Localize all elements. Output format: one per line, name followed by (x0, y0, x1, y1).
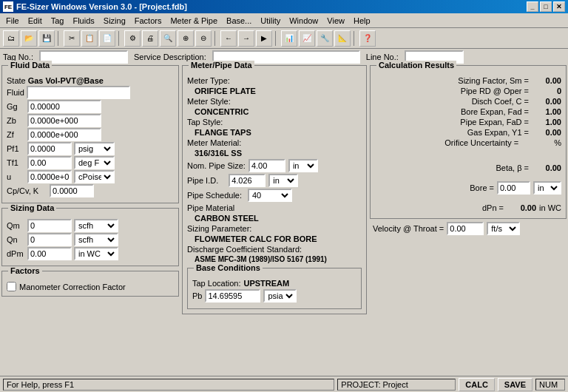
pipe-id-input[interactable] (229, 174, 266, 187)
tf1-input[interactable] (27, 156, 72, 169)
tf1-unit-select[interactable]: deg F deg C (74, 156, 115, 169)
toolbar-icon-2[interactable]: 📂 (21, 30, 37, 47)
toolbar-icon-3[interactable]: 💾 (38, 30, 55, 47)
u-input[interactable] (27, 170, 72, 183)
menu-file[interactable]: File (1, 15, 24, 27)
toolbar-icon-11[interactable]: ⊖ (195, 30, 212, 47)
toolbar-icon-4[interactable]: ✂ (64, 30, 80, 47)
menu-window[interactable]: Window (285, 15, 322, 27)
pb-input[interactable] (205, 289, 260, 303)
tap-style-value-row: FLANGE TAPS (187, 128, 362, 137)
nom-pipe-unit[interactable]: in (288, 159, 318, 172)
factors-group: Factors Manometer Correction Factor (1, 271, 179, 297)
menu-fluids[interactable]: Fluids (68, 15, 98, 27)
toolbar-icon-8[interactable]: 🖨 (142, 30, 158, 47)
pb-row: Pb psia (192, 289, 356, 303)
menu-sizing[interactable]: Sizing (99, 15, 130, 27)
qm-row: Qm scfh Mcfh (7, 219, 174, 232)
toolbar-icon-15[interactable]: 📊 (281, 30, 297, 47)
menu-factors[interactable]: Factors (130, 15, 166, 27)
meter-pipe-group: Meter/Pipe Data Meter Type: ORIFICE PLAT… (182, 65, 367, 314)
pipe-id-unit[interactable]: in (268, 174, 298, 187)
meter-style-value: CONCENTRIC (195, 107, 248, 116)
qn-unit-select[interactable]: scfh (74, 233, 118, 246)
qn-row: Qn scfh (7, 233, 174, 246)
factors-title: Factors (8, 266, 42, 275)
manometer-label: Manometer Correction Factor (19, 283, 126, 291)
toolbar-icon-16[interactable]: 📈 (299, 30, 315, 47)
menu-edit[interactable]: Edit (24, 15, 47, 27)
sm-value: 0.00 (532, 76, 561, 85)
zb-input[interactable] (27, 114, 101, 127)
nom-pipe-input[interactable] (248, 159, 285, 172)
rd-row: Pipe RD @ Oper = 0 (375, 87, 561, 95)
fluid-data-title: Fluid Data (8, 61, 52, 70)
dpm-label: dPm (7, 249, 25, 258)
menu-tag[interactable]: Tag (47, 15, 69, 27)
toolbar: 🗂 📂 💾 ✂ 📋 📄 ⚙ 🖨 🔍 ⊕ ⊖ ← → ▶ 📊 📈 🔧 📐 ❓ (0, 28, 568, 49)
meter-type-label: Meter Type: (187, 76, 230, 85)
menu-help[interactable]: Help (349, 15, 375, 27)
close-button[interactable]: ✕ (553, 1, 565, 12)
u-unit-select[interactable]: cPoise (74, 170, 115, 183)
beta-row: Beta, β = 0.00 (375, 163, 561, 172)
tf1-label: Tf1 (7, 158, 25, 167)
center-panel: Meter/Pipe Data Meter Type: ORIFICE PLAT… (182, 65, 367, 314)
qm-unit-select[interactable]: scfh Mcfh (74, 219, 118, 232)
tap-style-value: FLANGE TAPS (195, 128, 251, 137)
toolbar-icon-12[interactable]: ← (220, 30, 237, 47)
cpck-row: Cp/Cv, K (7, 184, 174, 197)
tag-input[interactable] (39, 50, 128, 64)
state-label: State (7, 76, 26, 85)
toolbar-icon-5[interactable]: 📋 (81, 30, 98, 47)
meter-pipe-title: Meter/Pipe Data (189, 61, 254, 70)
c-label: Disch Coef, C = (472, 97, 529, 106)
pf1-unit-select[interactable]: psig psia kPa (74, 142, 115, 155)
toolbar-icon-6[interactable]: 📄 (99, 30, 115, 47)
velocity-unit-select[interactable]: ft/s (487, 222, 520, 235)
minimize-button[interactable]: _ (527, 1, 538, 12)
bore-unit-select[interactable]: in (533, 181, 561, 195)
pipe-id-label: Pipe I.D. (187, 176, 218, 185)
manometer-checkbox[interactable] (7, 282, 16, 291)
menu-utility[interactable]: Utility (256, 15, 285, 27)
velocity-row: Velocity @ Throat = ft/s (370, 222, 567, 235)
bore-input[interactable] (497, 181, 530, 195)
fluid-row: Fluid (7, 86, 174, 99)
toolbar-icon-19[interactable]: ❓ (359, 30, 376, 47)
velocity-label: Velocity @ Throat = (373, 224, 444, 233)
toolbar-icon-9[interactable]: 🔍 (160, 30, 176, 47)
velocity-input[interactable] (447, 222, 484, 235)
discharge-label-row: Discharge Coefficient Standard: (187, 245, 362, 254)
toolbar-icon-17[interactable]: 🔧 (317, 30, 333, 47)
fluid-input[interactable] (27, 86, 130, 99)
meter-material-row: Meter Material: (187, 138, 362, 147)
pf1-input[interactable] (27, 142, 72, 155)
menu-meter-pipe[interactable]: Meter & Pipe (166, 15, 222, 27)
menu-base[interactable]: Base... (222, 15, 256, 27)
qn-input[interactable] (27, 233, 72, 246)
pipe-sched-select[interactable]: 4080 (248, 189, 292, 202)
gg-input[interactable] (27, 100, 101, 113)
fluid-label: Fluid (7, 88, 24, 97)
toolbar-icon-14[interactable]: ▶ (256, 30, 272, 47)
calc-button[interactable]: CALC (459, 378, 495, 391)
toolbar-icon-7[interactable]: ⚙ (124, 30, 141, 47)
menu-view[interactable]: View (322, 15, 349, 27)
toolbar-icon-10[interactable]: ⊕ (178, 30, 194, 47)
pb-unit-select[interactable]: psia (263, 289, 297, 303)
save-button[interactable]: SAVE (498, 378, 532, 391)
toolbar-icon-13[interactable]: → (238, 30, 254, 47)
qm-input[interactable] (27, 219, 72, 232)
zf-input[interactable] (27, 128, 101, 141)
pipe-material-value-row: CARBON STEEL (187, 214, 362, 223)
cpck-input[interactable] (50, 184, 94, 197)
dpm-input[interactable] (27, 247, 72, 260)
maximize-button[interactable]: □ (540, 1, 552, 12)
toolbar-icon-18[interactable]: 📐 (334, 30, 351, 47)
panels-row: Fluid Data State Gas Vol-PVT@Base Fluid … (0, 65, 568, 314)
dpm-unit-select[interactable]: in WC (74, 247, 118, 260)
state-value: Gas Vol-PVT@Base (28, 76, 104, 85)
toolbar-icon-1[interactable]: 🗂 (3, 30, 19, 47)
menu-bar: File Edit Tag Fluids Sizing Factors Mete… (0, 13, 568, 28)
